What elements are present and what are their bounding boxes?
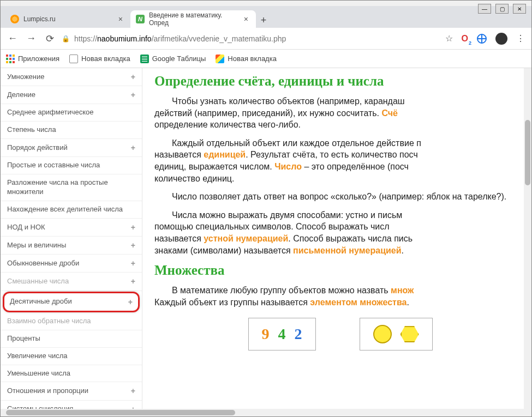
sidebar-item[interactable]: НОД и НОК+	[1, 219, 142, 237]
tab-naobumium[interactable]: N Введение в математику. Опред ×	[130, 10, 256, 28]
sidebar-item[interactable]: Смешанные числа+	[1, 273, 142, 291]
digit-4: 4	[278, 325, 286, 343]
expand-icon[interactable]: +	[131, 240, 135, 250]
expand-icon[interactable]: +	[131, 72, 135, 82]
sidebar-item[interactable]: Меры и величины+	[1, 237, 142, 255]
keyword-element: элементом множества	[310, 298, 407, 307]
sidebar-item[interactable]: Увеличение числа	[1, 348, 142, 365]
bookmark-new-tab-1[interactable]: Новая вкладка	[69, 55, 130, 63]
browser-window: — ▢ ✕ Lumpics.ru × N Введение в математи…	[0, 0, 532, 417]
sidebar-item[interactable]: Среднее арифметическое	[1, 104, 142, 122]
sidebar-item[interactable]: Разложение числа на простые множители	[1, 174, 142, 201]
sidebar-item[interactable]: Взаимно обратные числа	[1, 313, 142, 330]
expand-icon[interactable]: +	[131, 222, 135, 232]
hexagon-shape-icon	[401, 326, 419, 342]
lock-icon: 🔒	[62, 35, 70, 43]
apps-icon	[6, 55, 15, 63]
close-tab-icon[interactable]: ×	[116, 15, 125, 23]
maximize-button[interactable]: ▢	[495, 4, 509, 14]
favicon-icon: N	[136, 15, 145, 23]
close-button[interactable]: ✕	[513, 4, 526, 14]
sidebar-item[interactable]: Умножение+	[1, 68, 142, 86]
profile-avatar[interactable]	[495, 33, 507, 45]
sidebar-item-label: НОД и НОК	[7, 223, 45, 232]
bookmark-star-icon[interactable]: ☆	[445, 33, 453, 44]
tab-lumpics[interactable]: Lumpics.ru ×	[5, 10, 130, 28]
forward-button[interactable]: →	[25, 32, 38, 45]
sidebar-item-label: Проценты	[7, 334, 40, 343]
minimize-button[interactable]: —	[478, 4, 491, 14]
page-content: Умножение+Деление+Среднее арифметическое…	[1, 68, 531, 416]
figure-digits: 9 4 2	[248, 318, 316, 350]
paragraph: Чтобы узнать количество объектов (наприм…	[154, 95, 526, 131]
close-tab-icon[interactable]: ×	[242, 15, 250, 23]
bookmark-apps[interactable]: Приложения	[6, 55, 59, 63]
sidebar-item-label: Порядок действий	[7, 143, 68, 153]
sidebar-item[interactable]: Нахождение всех делителей числа	[1, 201, 142, 219]
reload-button[interactable]: ⟳	[43, 32, 56, 45]
paragraph: Числа можно выражать двумя способами: ус…	[154, 209, 526, 256]
sidebar-item[interactable]: Десятичные дроби+	[3, 292, 140, 312]
back-button[interactable]: ←	[6, 32, 19, 45]
sidebar-nav: Умножение+Деление+Среднее арифметическое…	[1, 68, 142, 416]
tab-label: Введение в математику. Опред	[149, 11, 237, 27]
toolbar-right: ☆ O2 ⋮	[445, 33, 526, 45]
globe-icon[interactable]	[477, 34, 487, 44]
scroll-thumb[interactable]	[525, 120, 530, 185]
paragraph: Число позволяет дать ответ на вопрос «ск…	[154, 191, 526, 203]
figure-shapes	[360, 318, 433, 350]
paragraph: Каждый отдельный объект или каждое отдел…	[154, 137, 526, 184]
expand-icon[interactable]: +	[131, 143, 135, 153]
sidebar-item-label: Меры и величины	[7, 241, 66, 250]
paragraph: В математике любую группу объектов можно…	[154, 285, 526, 308]
bookmarks-bar: Приложения Новая вкладка Google Таблицы …	[1, 50, 531, 68]
expand-icon[interactable]: +	[131, 386, 135, 396]
expand-icon[interactable]: +	[128, 297, 133, 307]
keyword-written-numeration: письменной нумерацией	[293, 246, 402, 255]
url-field[interactable]: 🔒 https://naobumium.info/arifmetika/vved…	[62, 34, 440, 43]
keyword-set: множ	[391, 286, 414, 295]
digit-2: 2	[295, 325, 302, 343]
new-tab-button[interactable]: +	[256, 13, 271, 28]
expand-icon[interactable]: +	[131, 276, 135, 286]
keyword-oral-numeration: устной нумерацией	[204, 234, 288, 243]
keyword-unit: единицей	[204, 150, 246, 159]
article-main: Определение счёта, единицы и числа Чтобы…	[142, 68, 531, 416]
bookmark-new-tab-2[interactable]: Новая вкладка	[216, 55, 277, 63]
sidebar-item[interactable]: Порядок действий+	[1, 139, 142, 157]
circle-shape-icon	[373, 325, 392, 343]
horizontal-scrollbar[interactable]	[1, 409, 531, 416]
sidebar-item[interactable]: Обыкновенные дроби+	[1, 255, 142, 273]
tab-label: Lumpics.ru	[23, 15, 56, 23]
sidebar-item[interactable]: Уменьшение числа	[1, 365, 142, 383]
sidebar-item[interactable]: Степень числа	[1, 122, 142, 139]
sidebar-item-label: Обыкновенные дроби	[7, 259, 79, 268]
menu-icon[interactable]: ⋮	[516, 33, 526, 44]
sidebar-item-label: Смешанные числа	[7, 277, 69, 286]
title-bar	[1, 1, 531, 6]
sidebar-item[interactable]: Деление+	[1, 86, 142, 104]
bookmark-label: Новая вкладка	[81, 55, 130, 63]
bookmark-label: Google Таблицы	[152, 55, 206, 63]
sidebar-item[interactable]: Простые и составные числа	[1, 157, 142, 174]
sidebar-item-label: Умножение	[7, 72, 44, 82]
scroll-thumb[interactable]	[6, 410, 235, 415]
sidebar-item[interactable]: Отношения и пропорции+	[1, 382, 142, 400]
opera-badge-icon[interactable]: O2	[462, 34, 468, 44]
sidebar-item-label: Нахождение всех делителей числа	[7, 205, 123, 214]
vertical-scrollbar[interactable]	[524, 68, 531, 416]
expand-icon[interactable]: +	[131, 90, 135, 100]
sidebar-item-label: Отношения и пропорции	[7, 386, 88, 396]
page-icon	[69, 55, 78, 63]
digit-9: 9	[262, 325, 270, 343]
sheets-icon	[140, 55, 149, 63]
url-scheme: https://	[74, 34, 97, 43]
sidebar-item-label: Уменьшение числа	[7, 369, 70, 378]
sidebar-item[interactable]: Проценты	[1, 330, 142, 348]
bookmark-label: Приложения	[18, 55, 59, 63]
bookmark-sheets[interactable]: Google Таблицы	[140, 55, 206, 63]
expand-icon[interactable]: +	[131, 258, 135, 268]
sidebar-item-label: Увеличение числа	[7, 352, 68, 361]
sidebar-item-label: Простые и составные числа	[7, 161, 100, 170]
url-path: /arifmetika/vvedenie_v_matematiku.php	[152, 34, 286, 43]
